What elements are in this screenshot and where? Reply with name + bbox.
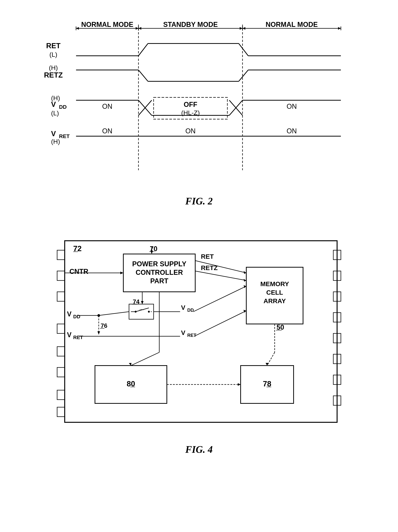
svg-text:(HL-Z): (HL-Z) <box>181 109 200 116</box>
svg-text:RETZ: RETZ <box>44 71 63 79</box>
svg-text:OFF: OFF <box>184 101 197 108</box>
svg-text:V: V <box>181 329 185 336</box>
svg-text:V: V <box>67 310 71 318</box>
svg-rect-65 <box>57 407 65 417</box>
svg-line-141 <box>267 352 275 366</box>
timing-diagram: NORMAL MODE STANDBY MODE NORMAL MODE RET <box>38 19 360 190</box>
svg-text:NORMAL MODE: NORMAL MODE <box>81 21 133 28</box>
svg-marker-17 <box>243 27 245 30</box>
svg-text:RET: RET <box>59 133 70 139</box>
svg-rect-62 <box>57 347 65 356</box>
svg-text:CNTR: CNTR <box>70 268 88 275</box>
svg-text:80: 80 <box>127 380 135 388</box>
svg-text:V: V <box>181 304 185 311</box>
svg-text:DD: DD <box>187 308 194 313</box>
svg-text:72: 72 <box>73 244 82 253</box>
svg-marker-136 <box>141 301 144 304</box>
svg-text:DD: DD <box>73 314 80 319</box>
svg-marker-134 <box>244 279 246 282</box>
svg-marker-12 <box>240 27 243 30</box>
svg-line-25 <box>239 44 248 56</box>
svg-text:NORMAL MODE: NORMAL MODE <box>266 21 318 28</box>
svg-text:ON: ON <box>102 127 112 135</box>
svg-text:50: 50 <box>276 323 284 331</box>
svg-text:CELL: CELL <box>266 289 283 296</box>
fig2-caption-text: FIG. 2 <box>185 196 213 207</box>
svg-text:RET: RET <box>187 333 196 338</box>
svg-text:ARRAY: ARRAY <box>263 297 286 304</box>
svg-text:V: V <box>67 331 71 339</box>
svg-text:(H): (H) <box>51 138 60 145</box>
svg-line-30 <box>138 70 148 81</box>
svg-rect-63 <box>57 367 65 377</box>
svg-text:(H): (H) <box>49 64 58 71</box>
svg-line-120 <box>193 286 246 312</box>
svg-text:STANDBY MODE: STANDBY MODE <box>163 21 218 28</box>
svg-text:V: V <box>51 101 56 108</box>
svg-text:(L): (L) <box>51 109 59 117</box>
fig4-caption-text: FIG. 4 <box>185 444 213 455</box>
svg-marker-18 <box>338 27 341 30</box>
svg-line-127 <box>194 311 246 336</box>
svg-marker-6 <box>136 27 138 30</box>
svg-text:MEMORY: MEMORY <box>260 280 289 287</box>
svg-rect-64 <box>57 390 65 400</box>
svg-text:ON: ON <box>287 102 297 110</box>
svg-marker-11 <box>138 27 141 30</box>
svg-text:ON: ON <box>102 102 112 110</box>
page-container: NORMAL MODE STANDBY MODE NORMAL MODE RET <box>0 0 398 532</box>
svg-text:PART: PART <box>150 277 168 285</box>
svg-text:V: V <box>51 130 56 138</box>
svg-marker-131 <box>244 271 246 274</box>
svg-text:ON: ON <box>185 127 196 135</box>
svg-text:76: 76 <box>101 322 108 329</box>
svg-line-112 <box>99 312 129 316</box>
svg-line-138 <box>131 352 159 366</box>
fig4-container: 72 70 POWER SUPPLY CONTROLLER PART MEMOR… <box>38 229 360 455</box>
svg-line-32 <box>239 70 248 81</box>
svg-rect-60 <box>57 292 65 301</box>
svg-marker-114 <box>97 331 100 334</box>
svg-text:POWER SUPPLY: POWER SUPPLY <box>132 260 186 268</box>
svg-text:ON: ON <box>287 127 297 135</box>
svg-rect-59 <box>57 271 65 280</box>
svg-text:(L): (L) <box>49 51 57 58</box>
svg-line-23 <box>138 44 148 56</box>
svg-text:(H): (H) <box>51 94 60 101</box>
svg-point-95 <box>135 311 137 313</box>
svg-line-132 <box>195 271 246 280</box>
svg-rect-61 <box>57 324 65 333</box>
svg-text:RET: RET <box>73 335 83 340</box>
svg-text:74: 74 <box>133 298 140 305</box>
svg-text:RETZ: RETZ <box>201 264 218 271</box>
svg-text:CONTROLLER: CONTROLLER <box>136 269 183 276</box>
fig2-container: NORMAL MODE STANDBY MODE NORMAL MODE RET <box>38 19 360 207</box>
svg-point-96 <box>148 311 150 313</box>
fig4-caption: FIG. 4 <box>38 444 360 455</box>
fig2-caption: FIG. 2 <box>38 196 360 207</box>
svg-marker-107 <box>120 272 123 274</box>
svg-marker-139 <box>129 363 131 366</box>
svg-marker-144 <box>238 383 241 386</box>
svg-text:DD: DD <box>59 104 67 110</box>
svg-text:78: 78 <box>263 380 271 388</box>
svg-text:RET: RET <box>201 253 214 260</box>
svg-rect-58 <box>57 250 65 260</box>
svg-marker-5 <box>76 27 79 30</box>
svg-text:RET: RET <box>46 42 61 50</box>
